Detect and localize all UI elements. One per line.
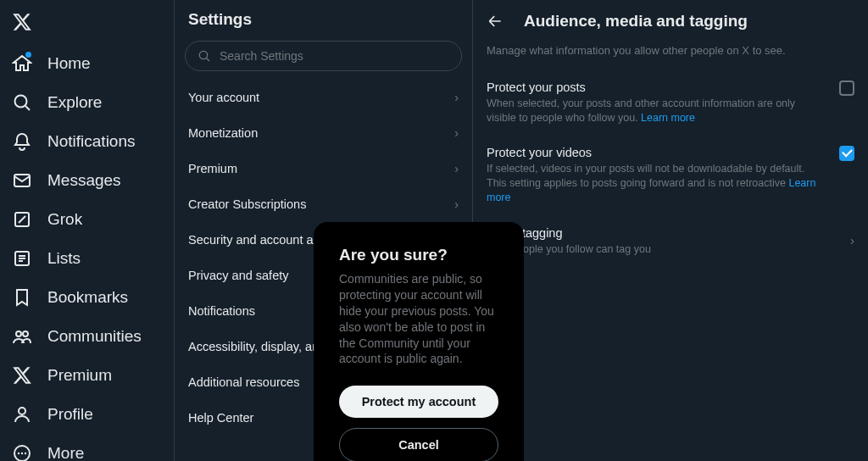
nav-label: More xyxy=(47,444,84,461)
nav-label: Profile xyxy=(47,405,93,424)
chevron-right-icon: › xyxy=(454,162,459,175)
nav-label: Premium xyxy=(47,366,112,385)
nav-label: Communities xyxy=(47,327,142,346)
svg-point-9 xyxy=(21,453,23,454)
protect-videos-checkbox[interactable] xyxy=(839,146,854,161)
communities-icon xyxy=(12,326,32,347)
nav-notifications[interactable]: Notifications xyxy=(0,122,174,161)
protect-posts-checkbox[interactable] xyxy=(839,81,854,96)
nav-communities[interactable]: Communities xyxy=(0,317,174,356)
primary-nav: Home Explore Notifications Messages Grok… xyxy=(0,0,175,461)
svg-point-0 xyxy=(15,96,27,108)
setting-label: Protect your posts xyxy=(487,81,854,94)
nav-label: Home xyxy=(47,54,91,73)
settings-title: Settings xyxy=(175,10,472,41)
chevron-right-icon: › xyxy=(850,233,854,247)
bookmark-icon xyxy=(12,287,32,308)
nav-label: Grok xyxy=(47,210,82,229)
cancel-button[interactable]: Cancel xyxy=(339,428,498,461)
x-logo-icon xyxy=(12,12,32,32)
setting-protect-videos: Protect your videos If selected, videos … xyxy=(473,137,868,217)
nav-label: Bookmarks xyxy=(47,288,128,307)
nav-lists[interactable]: Lists xyxy=(0,239,174,278)
detail-subtitle: Manage what information you allow other … xyxy=(473,39,868,72)
search-input[interactable] xyxy=(220,49,449,63)
nav-home[interactable]: Home xyxy=(0,44,174,83)
dialog-title: Are you sure? xyxy=(339,246,498,264)
confirm-dialog: Are you sure? Communities are public, so… xyxy=(314,222,524,461)
nav-more[interactable]: More xyxy=(0,434,174,461)
detail-title: Audience, media and tagging xyxy=(524,12,748,31)
setting-photo-tagging[interactable]: Photo tagging Only people you follow can… xyxy=(473,216,868,267)
settings-item-monetization[interactable]: Monetization› xyxy=(175,115,472,151)
dialog-body: Communities are public, so protecting yo… xyxy=(339,271,498,367)
nav-label: Explore xyxy=(47,93,102,112)
search-icon xyxy=(198,49,211,63)
nav-label: Lists xyxy=(47,249,81,268)
list-icon xyxy=(12,248,32,269)
svg-point-4 xyxy=(16,331,21,336)
search-icon xyxy=(12,92,32,113)
nav-grok[interactable]: Grok xyxy=(0,200,174,239)
confirm-button[interactable]: Protect my account xyxy=(339,386,498,418)
arrow-left-icon xyxy=(487,13,504,30)
back-button[interactable] xyxy=(487,13,504,30)
x-icon xyxy=(12,365,32,386)
settings-item-your-account[interactable]: Your account› xyxy=(175,80,472,115)
detail-column: Audience, media and tagging Manage what … xyxy=(473,0,868,461)
nav-profile[interactable]: Profile xyxy=(0,395,174,434)
nav-explore[interactable]: Explore xyxy=(0,83,174,122)
svg-point-5 xyxy=(23,331,28,336)
setting-protect-posts: Protect your posts When selected, your p… xyxy=(473,72,868,137)
more-icon xyxy=(12,443,32,461)
nav-bookmarks[interactable]: Bookmarks xyxy=(0,278,174,317)
grok-icon xyxy=(12,209,32,230)
setting-description: If selected, videos in your posts will n… xyxy=(487,162,854,205)
settings-item-premium[interactable]: Premium› xyxy=(175,151,472,186)
nav-premium[interactable]: Premium xyxy=(0,356,174,395)
bell-icon xyxy=(12,131,32,152)
notification-dot xyxy=(25,52,31,58)
nav-label: Messages xyxy=(47,171,121,190)
logo[interactable] xyxy=(0,5,174,44)
chevron-right-icon: › xyxy=(454,91,459,104)
svg-point-11 xyxy=(199,51,207,58)
chevron-right-icon: › xyxy=(454,197,459,211)
svg-point-6 xyxy=(19,408,25,414)
setting-label: Protect your videos xyxy=(487,146,854,159)
profile-icon xyxy=(12,404,32,425)
mail-icon xyxy=(12,170,32,191)
learn-more-link[interactable]: Learn more xyxy=(641,112,695,124)
chevron-right-icon: › xyxy=(454,126,459,140)
nav-messages[interactable]: Messages xyxy=(0,161,174,200)
search-settings[interactable] xyxy=(185,41,462,71)
nav-label: Notifications xyxy=(47,132,136,151)
settings-item-creator-subs[interactable]: Creator Subscriptions› xyxy=(175,186,472,222)
svg-point-10 xyxy=(25,453,26,454)
svg-point-8 xyxy=(18,453,19,454)
setting-description: When selected, your posts and other acco… xyxy=(487,97,854,125)
